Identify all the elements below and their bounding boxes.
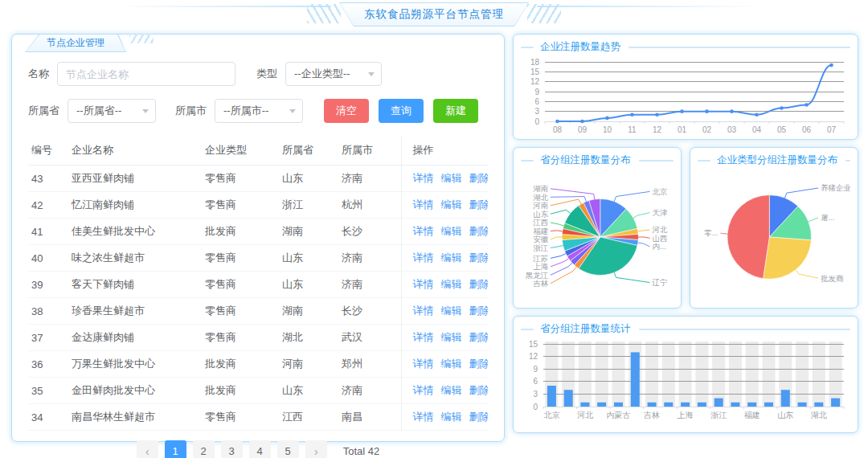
chevron-down-icon <box>142 109 149 117</box>
svg-text:江西: 江西 <box>532 218 548 227</box>
delete-link[interactable]: 删除 <box>469 331 489 343</box>
page-button-3[interactable]: 3 <box>221 440 243 458</box>
cell-province: 山东 <box>279 166 338 192</box>
header-type: 企业类型 <box>202 136 279 166</box>
edit-link[interactable]: 编辑 <box>441 384 462 396</box>
chevron-down-icon <box>368 72 375 80</box>
panel-title: 节点企业管理 <box>26 35 125 51</box>
cell-type: 批发商 <box>202 219 279 245</box>
search-button[interactable]: 查询 <box>379 99 424 123</box>
svg-text:01: 01 <box>678 125 687 134</box>
delete-link[interactable]: 删除 <box>469 305 489 317</box>
trend-chart-panel: 企业注册数量趋势 0369121518080910111201020304050… <box>513 34 858 140</box>
cell-province: 山东 <box>279 245 338 272</box>
delete-link[interactable]: 删除 <box>469 278 489 290</box>
province-select[interactable]: --所属省-- <box>68 99 156 123</box>
page-button-4[interactable]: 4 <box>249 440 271 458</box>
next-page-button[interactable]: › <box>305 440 327 458</box>
page-button-2[interactable]: 2 <box>193 440 215 458</box>
detail-link[interactable]: 详情 <box>413 384 434 396</box>
cell-type: 零售商 <box>202 325 279 351</box>
cell-name: 金田鲜肉批发中心 <box>68 378 202 404</box>
create-button[interactable]: 新建 <box>433 99 478 123</box>
delete-link[interactable]: 删除 <box>469 384 489 396</box>
edit-link[interactable]: 编辑 <box>441 225 462 237</box>
delete-link[interactable]: 删除 <box>469 172 489 184</box>
svg-text:12: 12 <box>530 77 540 86</box>
svg-text:6: 6 <box>534 97 539 106</box>
cell-name: 味之浓生鲜超市 <box>68 245 202 272</box>
type-select-value: --企业类型-- <box>294 67 350 81</box>
banner-trapezoid: 东软食品朔源平台节点管理 <box>339 2 529 27</box>
delete-link[interactable]: 删除 <box>469 251 489 264</box>
delete-link[interactable]: 删除 <box>469 411 489 423</box>
detail-link[interactable]: 详情 <box>413 198 434 211</box>
cell-city: 济南 <box>338 378 401 404</box>
detail-link[interactable]: 详情 <box>413 172 434 184</box>
svg-text:6: 6 <box>533 377 538 386</box>
detail-link[interactable]: 详情 <box>413 251 434 264</box>
type-pie-panel: 企业类型分组注册数量分布 零...养猪企业屠...批发商 <box>690 147 858 309</box>
prev-page-button[interactable]: ‹ <box>137 440 158 458</box>
detail-link[interactable]: 详情 <box>413 411 434 423</box>
edit-link[interactable]: 编辑 <box>441 305 462 317</box>
svg-text:0: 0 <box>534 117 539 126</box>
svg-text:吉林: 吉林 <box>533 279 549 288</box>
header-city: 所属市 <box>338 136 401 166</box>
svg-text:3: 3 <box>534 107 539 116</box>
table-row: 37金达康鲜肉铺零售商湖北武汉详情编辑删除 <box>28 325 488 351</box>
svg-text:山东: 山东 <box>533 210 549 219</box>
edit-link[interactable]: 编辑 <box>441 251 462 264</box>
svg-text:09: 09 <box>578 125 588 134</box>
clear-button[interactable]: 清空 <box>324 99 369 123</box>
cell-city: 济南 <box>338 272 401 298</box>
svg-text:04: 04 <box>752 125 762 134</box>
detail-link[interactable]: 详情 <box>413 305 434 317</box>
detail-link[interactable]: 详情 <box>413 225 434 237</box>
cell-id: 39 <box>28 272 68 298</box>
delete-link[interactable]: 删除 <box>469 358 489 370</box>
province-statistics-bar-chart: 03691215北京河北内蒙古吉林上海浙江福建山东湖北 <box>521 336 850 431</box>
svg-text:内...: 内... <box>652 242 665 251</box>
cell-id: 36 <box>28 351 68 378</box>
edit-link[interactable]: 编辑 <box>441 198 462 211</box>
svg-text:山东: 山东 <box>777 411 793 419</box>
cell-city: 长沙 <box>338 298 401 325</box>
province-bar-panel: 省分组注册数量统计 03691215北京河北内蒙古吉林上海浙江福建山东湖北 <box>513 316 858 433</box>
svg-text:河北: 河北 <box>651 225 668 234</box>
edit-link[interactable]: 编辑 <box>441 278 462 290</box>
table-row: 39客天下鲜肉铺零售商山东济南详情编辑删除 <box>28 272 488 298</box>
edit-link[interactable]: 编辑 <box>441 331 462 343</box>
detail-link[interactable]: 详情 <box>413 358 434 370</box>
delete-link[interactable]: 删除 <box>469 198 489 211</box>
enterprise-type-pie-chart: 零...养猪企业屠...批发商 <box>698 167 850 306</box>
delete-link[interactable]: 删除 <box>469 225 489 237</box>
table-row: 34南昌华林生鲜超市零售商江西南昌详情编辑删除 <box>28 404 488 431</box>
page-button-1[interactable]: 1 <box>165 440 186 458</box>
cell-city: 南昌 <box>338 404 401 431</box>
city-select[interactable]: --所属市-- <box>215 99 303 123</box>
panel-tab-stripes-decoration <box>129 34 154 43</box>
name-input[interactable] <box>57 62 235 86</box>
banner-stripes-left-decoration <box>307 4 341 23</box>
svg-text:批发商: 批发商 <box>821 274 844 283</box>
cell-actions: 详情编辑删除 <box>401 245 488 272</box>
city-select-value: --所属市-- <box>223 104 268 118</box>
svg-text:山西: 山西 <box>652 234 667 243</box>
panel-tab: 节点企业管理 <box>25 34 126 52</box>
edit-link[interactable]: 编辑 <box>441 172 462 184</box>
cell-actions: 详情编辑删除 <box>401 298 488 325</box>
cell-id: 42 <box>28 192 68 219</box>
detail-link[interactable]: 详情 <box>413 278 434 290</box>
edit-link[interactable]: 编辑 <box>441 358 462 370</box>
trend-chart-title: 企业注册数量趋势 <box>521 40 850 54</box>
cell-type: 批发商 <box>202 351 279 378</box>
edit-link[interactable]: 编辑 <box>441 411 462 423</box>
svg-text:9: 9 <box>534 88 539 96</box>
svg-text:福建: 福建 <box>533 227 548 235</box>
cell-actions: 详情编辑删除 <box>401 404 488 431</box>
type-select[interactable]: --企业类型-- <box>285 62 382 86</box>
svg-text:10: 10 <box>603 125 612 134</box>
page-button-5[interactable]: 5 <box>277 440 299 458</box>
detail-link[interactable]: 详情 <box>413 331 434 343</box>
